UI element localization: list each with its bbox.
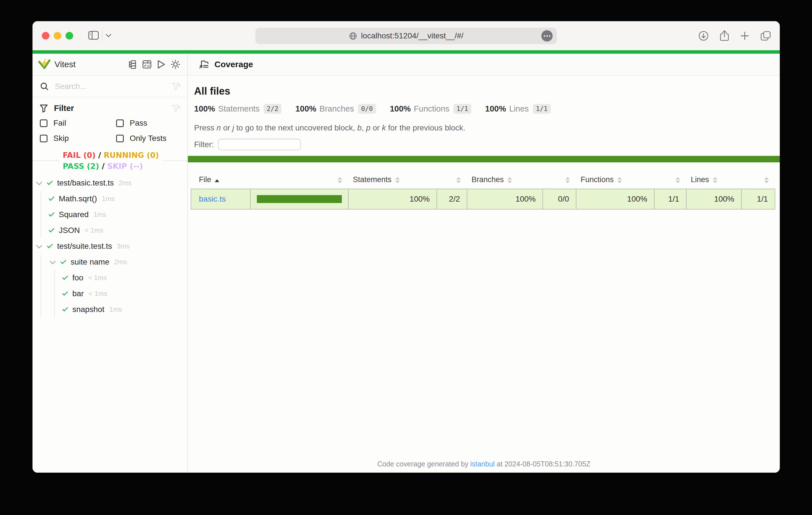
fraction-badge: 1/1 <box>454 104 471 114</box>
filter-checkbox-skip[interactable]: Skip <box>40 134 116 143</box>
column-header-statements-frac-sort[interactable] <box>437 171 467 189</box>
test-duration: 1ms <box>102 195 114 203</box>
clear-search-filter-icon[interactable] <box>172 82 181 91</box>
pass-check-icon <box>62 290 68 296</box>
sort-icon <box>338 177 342 183</box>
statements-pct-cell: 100% <box>348 189 437 209</box>
filter-checkbox-fail[interactable]: Fail <box>40 119 116 128</box>
sort-icon <box>456 177 461 183</box>
chevron-down-icon[interactable] <box>36 243 42 248</box>
table-row: basic.ts 100% 2/2 100% 0/0 100% 1/1 100%… <box>191 189 775 209</box>
filter-checkbox-only-tests[interactable]: Only Tests <box>116 134 181 143</box>
share-button[interactable] <box>719 30 729 41</box>
tree-guide-line <box>54 270 55 317</box>
chevron-down-icon[interactable] <box>106 34 112 37</box>
tree-item-test[interactable]: foo < 1ms <box>32 270 187 286</box>
tree-item-file[interactable]: test/basic.test.ts 2ms <box>32 175 187 191</box>
tree-guide-line <box>41 191 41 238</box>
file-coverage-bar <box>257 195 342 203</box>
maximize-window-button[interactable] <box>65 32 73 39</box>
page-settings-button[interactable] <box>541 30 553 41</box>
filter-checkbox-pass[interactable]: Pass <box>116 119 181 128</box>
pass-check-icon <box>47 179 53 185</box>
column-header-functions[interactable]: Functions <box>576 171 654 189</box>
tree-item-test[interactable]: JSON < 1ms <box>32 222 187 238</box>
column-header-file[interactable]: File <box>191 171 250 189</box>
column-header-statements[interactable]: Statements <box>348 171 437 189</box>
fail-count: FAIL (0) <box>63 151 95 159</box>
pass-check-icon <box>49 227 55 233</box>
test-duration: 2ms <box>119 179 132 187</box>
coverage-table: File Statements Branches Functions Lines <box>191 171 775 210</box>
tree-item-test[interactable]: Math.sqrt() 1ms <box>32 191 187 207</box>
vitest-logo <box>38 58 51 70</box>
coverage-summary: 100% Statements 2/2 100% Branches 0/0 10… <box>194 104 780 114</box>
clear-filters-icon[interactable] <box>172 104 181 113</box>
functions-pct-cell: 100% <box>576 189 654 209</box>
column-header-functions-frac-sort[interactable] <box>654 171 686 189</box>
test-duration: < 1ms <box>85 226 104 234</box>
new-tab-button[interactable] <box>740 31 750 41</box>
column-header-branches[interactable]: Branches <box>467 171 543 189</box>
test-duration: 3ms <box>117 242 130 250</box>
column-header-lines[interactable]: Lines <box>686 171 742 189</box>
tab-overview-button[interactable] <box>760 30 771 41</box>
checkbox-icon[interactable] <box>40 135 48 142</box>
statements-frac-cell: 2/2 <box>437 189 467 209</box>
column-header-branches-frac-sort[interactable] <box>543 171 576 189</box>
fraction-badge: 0/0 <box>358 104 376 114</box>
page-title: Coverage <box>214 60 253 69</box>
window-controls <box>42 32 73 39</box>
downloads-button[interactable] <box>698 30 709 41</box>
column-header-lines-frac-sort[interactable] <box>742 171 775 189</box>
pass-count: PASS (2) <box>63 162 99 171</box>
toolbar-divider <box>102 30 103 41</box>
chevron-down-icon[interactable] <box>50 259 56 264</box>
run-all-tests-icon[interactable] <box>156 60 166 69</box>
coverage-report-icon <box>199 60 209 69</box>
tree-item-file[interactable]: test/suite.test.ts 3ms <box>32 238 187 254</box>
address-bar[interactable]: localhost:51204/__vitest__/#/ <box>255 28 557 44</box>
sort-icon <box>508 177 512 183</box>
dashboard-icon[interactable] <box>142 60 152 69</box>
chevron-down-icon[interactable] <box>36 179 42 185</box>
pass-check-icon <box>62 274 68 280</box>
checkbox-icon[interactable] <box>116 119 124 127</box>
sidebar-toggle-icon[interactable] <box>88 30 99 40</box>
tree-item-suite[interactable]: suite name 2ms <box>32 254 187 270</box>
test-duration: 2ms <box>114 258 127 266</box>
table-header-row: File Statements Branches Functions Lines <box>191 171 775 189</box>
report-footer: Code coverage generated by istanbul at 2… <box>188 460 780 468</box>
sort-icon <box>566 177 570 183</box>
sidebar-header: Vitest <box>32 54 187 76</box>
summary-statements: 100% Statements 2/2 <box>194 104 282 114</box>
dark-mode-toggle-icon[interactable] <box>170 59 180 69</box>
test-duration: < 1ms <box>88 274 107 282</box>
funnel-icon <box>40 104 48 113</box>
test-duration: 1ms <box>109 305 122 313</box>
test-duration: < 1ms <box>88 290 107 298</box>
sort-icon <box>713 177 717 183</box>
test-tree: test/basic.test.ts 2ms Math.sqrt() 1ms S… <box>32 175 187 473</box>
istanbul-link[interactable]: istanbul <box>470 460 495 468</box>
table-filter-input[interactable] <box>218 139 301 150</box>
lines-frac-cell: 1/1 <box>742 189 775 209</box>
checkbox-icon[interactable] <box>40 119 48 127</box>
search-input[interactable] <box>55 82 166 91</box>
running-count: RUNNING (0) <box>104 151 159 159</box>
keyboard-hint: Press n or j to go to the next uncovered… <box>194 123 780 132</box>
pass-check-icon <box>62 306 68 312</box>
tree-item-test[interactable]: snapshot 1ms <box>32 302 187 317</box>
close-window-button[interactable] <box>42 32 50 39</box>
test-tree-view-icon[interactable] <box>128 60 137 69</box>
column-header-graph-sort[interactable] <box>250 171 348 189</box>
checkbox-icon[interactable] <box>116 135 124 142</box>
sort-icon <box>675 177 680 183</box>
file-link[interactable]: basic.ts <box>199 194 226 203</box>
functions-frac-cell: 1/1 <box>654 189 686 209</box>
tree-item-test[interactable]: Squared 1ms <box>32 207 187 222</box>
lines-pct-cell: 100% <box>686 189 742 209</box>
minimize-window-button[interactable] <box>54 32 61 39</box>
summary-lines: 100% Lines 1/1 <box>485 104 551 114</box>
tree-item-test[interactable]: bar < 1ms <box>32 286 187 302</box>
